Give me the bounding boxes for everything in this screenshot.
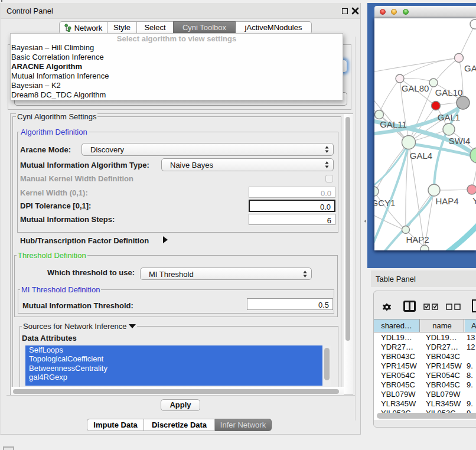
svg-text:Y: Y bbox=[472, 195, 476, 206]
svg-text:GAL11: GAL11 bbox=[380, 119, 407, 129]
svg-text:GCY1: GCY1 bbox=[374, 198, 395, 208]
svg-text:GAL1: GAL1 bbox=[438, 112, 460, 122]
svg-text:SWI4: SWI4 bbox=[449, 136, 471, 146]
svg-text:HAP4: HAP4 bbox=[435, 196, 458, 206]
svg-text:HAP2: HAP2 bbox=[406, 234, 429, 244]
svg-text:GAL: GAL bbox=[464, 63, 476, 73]
svg-text:GAL80: GAL80 bbox=[402, 83, 429, 93]
svg-text:GAL4: GAL4 bbox=[410, 151, 432, 161]
svg-text:GAL10: GAL10 bbox=[435, 87, 463, 97]
